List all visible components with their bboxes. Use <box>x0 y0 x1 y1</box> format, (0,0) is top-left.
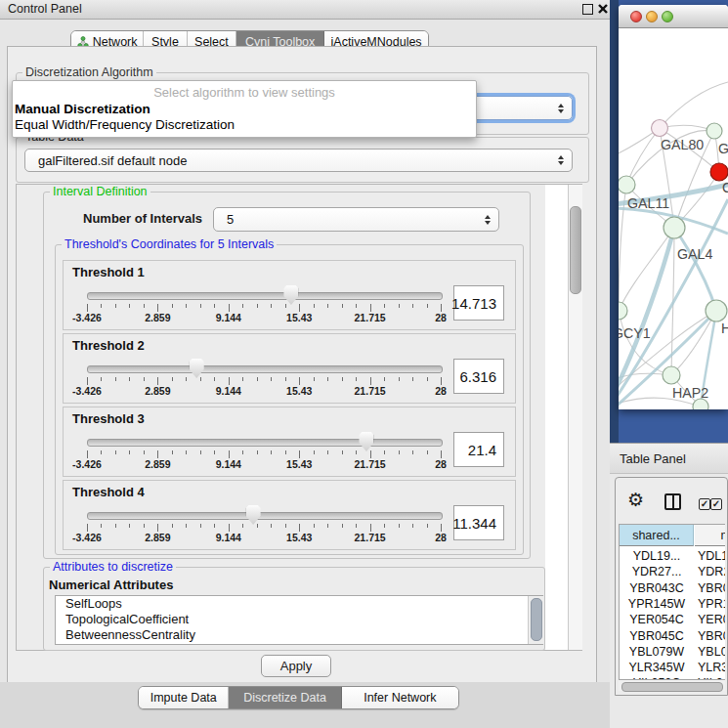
table-cell-name[interactable]: YBR0 <box>698 580 725 596</box>
thresholds-group-title: Threshold's Coordinates for 5 Intervals <box>62 237 277 251</box>
network-node[interactable] <box>652 120 668 137</box>
attributes-scrollbar[interactable] <box>528 596 543 644</box>
combo-arrows-icon <box>558 104 564 113</box>
slider-tick <box>186 524 187 528</box>
tab-label: Discretize Data <box>243 691 326 705</box>
attribute-list-item[interactable]: SelfLoops <box>56 596 542 612</box>
slider-tick <box>242 524 243 528</box>
network-node[interactable] <box>619 302 627 320</box>
slider-tick <box>271 377 272 381</box>
table-cell-name[interactable]: YBL0 <box>698 644 725 660</box>
slider-tick <box>441 377 442 385</box>
slider-track[interactable] <box>87 365 443 373</box>
table-cell-shared-name[interactable]: YBR045C <box>620 628 694 644</box>
attribute-list-item[interactable]: TopologicalCoefficient <box>56 612 542 627</box>
slider-thumb[interactable] <box>359 432 373 451</box>
slider-thumb[interactable] <box>246 505 261 525</box>
network-node[interactable] <box>663 366 680 384</box>
slider-tick <box>441 450 442 458</box>
gear-icon[interactable]: ⚙ <box>627 491 644 509</box>
network-edge-thick[interactable] <box>674 228 716 311</box>
dropdown-option-equal-width[interactable]: Equal Width/Frequency Discretization <box>15 117 235 132</box>
slider-tick <box>399 304 400 308</box>
table-cell-name[interactable]: YER0 <box>698 612 725 627</box>
threshold-box: Threshold 1-3.4262.8599.14415.4321.71528… <box>63 260 516 330</box>
tab-label: Infer Network <box>364 691 436 705</box>
network-node[interactable] <box>619 176 635 193</box>
close-traffic-light-icon[interactable] <box>630 11 642 22</box>
slider-track[interactable] <box>87 439 443 447</box>
table-cell-shared-name[interactable]: YLR345W <box>620 660 694 675</box>
network-edge[interactable] <box>626 128 660 185</box>
slider-tick <box>214 304 215 308</box>
table-cell-shared-name[interactable]: YDR27... <box>620 564 694 579</box>
network-edge[interactable] <box>619 228 674 311</box>
node-table: shared...nYDL19...YDL1YDR27...YDR2YBR043… <box>619 524 725 680</box>
slider-tick <box>427 377 428 381</box>
table-cell-shared-name[interactable]: YDL19... <box>620 548 694 564</box>
checkbox-icon[interactable]: ✓ <box>699 498 710 510</box>
table-cell-shared-name[interactable]: YER054C <box>620 612 694 627</box>
minimize-traffic-light-icon[interactable] <box>646 11 658 22</box>
slider-tick <box>441 304 442 312</box>
table-panel-header: Table Panel <box>610 443 728 474</box>
slider-track[interactable] <box>87 292 443 300</box>
table-data-combo[interactable]: galFiltered.sif default node <box>24 149 573 172</box>
float-window-icon[interactable] <box>582 4 593 15</box>
network-node[interactable] <box>710 163 728 181</box>
slider-tick <box>327 524 328 528</box>
attributes-scrollbar-thumb[interactable] <box>531 598 542 641</box>
table-cell-name[interactable]: YBR0 <box>698 628 725 644</box>
slider-tick <box>257 377 258 381</box>
slider-tick <box>214 450 215 454</box>
dropdown-option-manual[interactable]: Manual Discretization <box>15 102 150 116</box>
slider-tick <box>314 377 315 381</box>
threshold-value-field[interactable]: 6.316 <box>453 359 504 394</box>
network-node[interactable] <box>664 217 685 238</box>
apply-button-label: Apply <box>280 659 313 673</box>
slider-tick-label: -3.426 <box>58 312 116 323</box>
threshold-value-field[interactable]: 14.713 <box>453 285 504 321</box>
numerical-attributes-list[interactable]: SelfLoopsTopologicalCoefficientBetweenne… <box>55 595 543 645</box>
slider-tick <box>399 524 400 528</box>
tab-impute-data[interactable]: Impute Data <box>139 687 229 708</box>
columns-icon[interactable] <box>664 493 681 510</box>
slider-tick <box>242 450 243 454</box>
table-cell-name[interactable]: YDL1 <box>698 548 725 564</box>
column-header-name[interactable]: n <box>695 525 725 546</box>
network-node[interactable] <box>707 123 722 139</box>
table-cell-shared-name[interactable]: YPR145W <box>620 596 694 612</box>
table-cell-name[interactable]: YLR3 <box>698 660 725 675</box>
threshold-value-field[interactable]: 21.4 <box>453 432 504 467</box>
network-edge[interactable] <box>660 82 728 128</box>
vertical-scrollbar-thumb[interactable] <box>570 206 581 294</box>
network-canvas[interactable]: GAL80GACGAL11GAL4GCY1HHAP2 <box>619 28 728 409</box>
slider-tick <box>441 524 442 532</box>
table-cell-shared-name[interactable]: YBR043C <box>620 580 694 596</box>
slider-tick <box>342 524 343 528</box>
checkbox-icon[interactable]: ✓ <box>710 498 722 510</box>
tab-discretize-data[interactable]: Discretize Data <box>229 687 341 708</box>
apply-button[interactable]: Apply <box>261 655 331 677</box>
slider-tick <box>342 377 343 381</box>
slider-thumb[interactable] <box>190 359 204 378</box>
attribute-list-item[interactable]: BetweennessCentrality <box>56 627 542 643</box>
horizontal-scrollbar-thumb[interactable] <box>621 682 723 692</box>
num-intervals-combo[interactable]: 5 <box>213 207 499 232</box>
slider-thumb[interactable] <box>283 285 298 305</box>
zoom-traffic-light-icon[interactable] <box>662 11 673 22</box>
horizontal-scrollbar[interactable] <box>619 680 725 691</box>
close-icon[interactable] <box>597 3 609 15</box>
table-cell-name[interactable]: YPR1 <box>698 596 725 612</box>
slider-tick <box>200 524 201 528</box>
dropdown-prompt: Select algorithm to view settings <box>13 85 476 100</box>
threshold-value-field[interactable]: 11.344 <box>453 505 504 540</box>
table-cell-name[interactable]: YDR2 <box>698 564 725 579</box>
table-cell-shared-name[interactable]: YBL079W <box>620 644 694 660</box>
network-node[interactable] <box>706 300 727 321</box>
slider-track[interactable] <box>87 512 443 520</box>
vertical-scrollbar[interactable] <box>568 185 582 650</box>
column-header-shared-name[interactable]: shared... <box>620 525 694 546</box>
network-node[interactable] <box>693 399 708 409</box>
tab-infer-network[interactable]: Infer Network <box>342 687 458 708</box>
